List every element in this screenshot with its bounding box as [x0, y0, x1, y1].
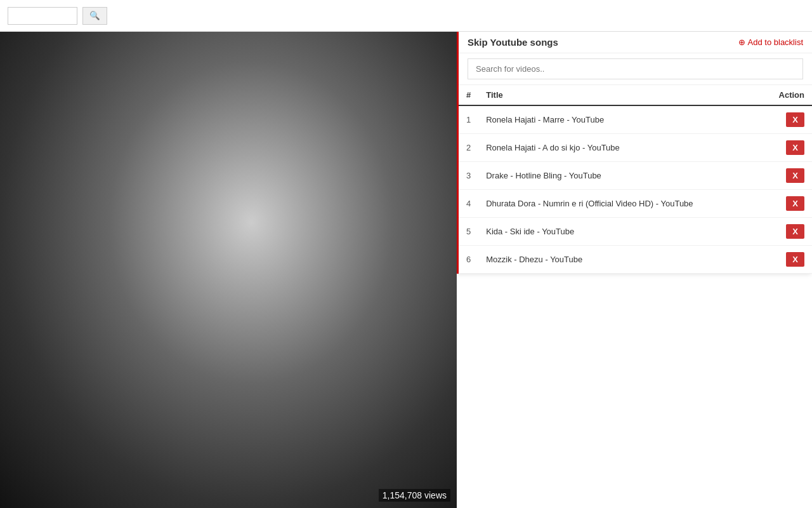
table-header-row: # Title Action — [459, 85, 812, 105]
blacklist-search-input[interactable] — [468, 58, 803, 79]
search-icon: 🔍 — [89, 11, 100, 20]
row-action: X — [771, 162, 812, 190]
blacklist-search-container — [459, 53, 812, 85]
row-num: 2 — [459, 134, 478, 162]
delete-button[interactable]: X — [786, 168, 804, 183]
row-action: X — [771, 218, 812, 246]
add-to-blacklist-button[interactable]: ⊕ Add to blacklist — [738, 37, 803, 47]
row-num: 1 — [459, 105, 478, 134]
blacklist-panel: Skip Youtube songs ⊕ Add to blacklist # … — [457, 32, 812, 274]
row-action: X — [771, 246, 812, 274]
row-action: X — [771, 190, 812, 218]
table-row: 1 Ronela Hajati - Marre - YouTube X — [459, 105, 812, 134]
top-bar: 🔍 — [0, 0, 812, 32]
right-panel: Up next 3:31 Beyonce - Sorry (Sara Farel… — [457, 32, 812, 508]
row-title: Ronela Hajati - Marre - YouTube — [478, 105, 771, 134]
row-action: X — [771, 105, 812, 134]
row-title: Mozzik - Dhezu - YouTube — [478, 246, 771, 274]
blacklist-table: # Title Action 1 Ronela Hajati - Marre -… — [459, 85, 812, 274]
col-header-title: Title — [478, 85, 771, 105]
blacklist-table-body: 1 Ronela Hajati - Marre - YouTube X 2 Ro… — [459, 105, 812, 274]
add-to-blacklist-label: Add to blacklist — [748, 37, 803, 47]
row-title: Kida - Ski ide - YouTube — [478, 218, 771, 246]
video-view-count: 1,154,708 views — [379, 489, 450, 502]
delete-button[interactable]: X — [786, 224, 804, 239]
main-layout: 1,154,708 views Up next 3:31 Beyonce - S… — [0, 32, 812, 508]
row-num: 3 — [459, 162, 478, 190]
top-search-button[interactable]: 🔍 — [82, 7, 107, 25]
table-row: 4 Dhurata Dora - Numrin e ri (Official V… — [459, 190, 812, 218]
video-image — [0, 32, 457, 508]
video-player: 1,154,708 views — [0, 32, 457, 508]
row-num: 4 — [459, 190, 478, 218]
blacklist-add-icon: ⊕ — [738, 37, 745, 47]
delete-button[interactable]: X — [786, 252, 804, 267]
col-header-num: # — [459, 85, 478, 105]
row-action: X — [771, 134, 812, 162]
video-frame: 1,154,708 views — [0, 32, 457, 508]
delete-button[interactable]: X — [786, 196, 804, 211]
table-row: 2 Ronela Hajati - A do si kjo - YouTube … — [459, 134, 812, 162]
blacklist-title: Skip Youtube songs — [468, 37, 558, 48]
table-row: 5 Kida - Ski ide - YouTube X — [459, 218, 812, 246]
row-num: 5 — [459, 218, 478, 246]
table-row: 3 Drake - Hotline Bling - YouTube X — [459, 162, 812, 190]
row-title: Dhurata Dora - Numrin e ri (Official Vid… — [478, 190, 771, 218]
col-header-action: Action — [771, 85, 812, 105]
row-title: Ronela Hajati - A do si kjo - YouTube — [478, 134, 771, 162]
table-row: 6 Mozzik - Dhezu - YouTube X — [459, 246, 812, 274]
top-search-input[interactable] — [8, 7, 77, 25]
delete-button[interactable]: X — [786, 140, 804, 155]
delete-button[interactable]: X — [786, 112, 804, 127]
blacklist-header: Skip Youtube songs ⊕ Add to blacklist — [459, 32, 812, 53]
row-title: Drake - Hotline Bling - YouTube — [478, 162, 771, 190]
row-num: 6 — [459, 246, 478, 274]
